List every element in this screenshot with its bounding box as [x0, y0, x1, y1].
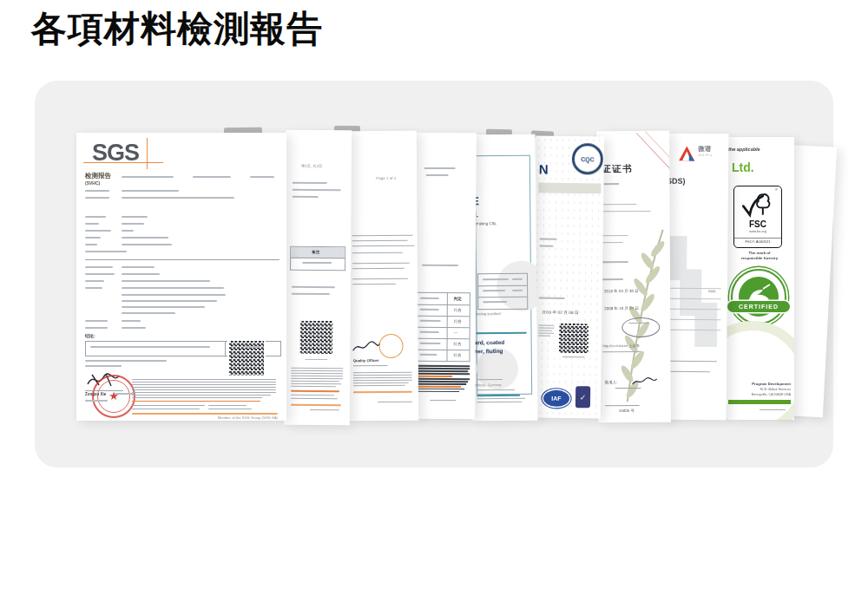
text-line	[293, 182, 327, 184]
certificates-section: 各項材料檢測報告 the applicable Ltd. ®	[0, 0, 868, 595]
text-line	[418, 368, 470, 369]
document-strip-report: 第1页, 共4页 备注	[284, 130, 352, 426]
text-line	[420, 320, 441, 322]
orange-seal	[378, 334, 403, 358]
ltd-text: Ltd.	[732, 160, 754, 174]
text-line	[115, 393, 134, 395]
text-line	[122, 306, 205, 308]
cert-date-2: 2008 年 10 月 27 日	[604, 306, 639, 311]
text-line	[353, 382, 409, 384]
red-company-stamp	[92, 375, 135, 418]
text-line	[208, 409, 252, 409]
text-line	[122, 230, 134, 232]
text-line	[291, 386, 336, 388]
text-line	[132, 413, 278, 415]
report-subtitle: (SVHC)	[85, 181, 100, 186]
text-line	[602, 183, 619, 185]
cnas-logo-icon: ✓	[575, 386, 590, 408]
text-line	[352, 278, 408, 280]
text-line	[668, 371, 710, 373]
text-line	[420, 331, 439, 333]
text-line	[85, 197, 109, 199]
document-verdict-report: 判定 符合 符合 — 符合 符合	[414, 133, 477, 419]
text-line	[418, 370, 468, 372]
text-line	[420, 298, 439, 299]
weipu-logo-icon	[678, 145, 695, 162]
fsc-url: www.fsc.org	[734, 230, 781, 233]
text-line	[310, 409, 339, 410]
text-line	[291, 398, 338, 400]
text-line	[302, 262, 332, 264]
text-line	[132, 401, 260, 402]
text-line	[85, 237, 101, 239]
text-line	[291, 370, 343, 372]
serial-number: 15005 号	[619, 409, 635, 413]
text-line	[352, 235, 413, 237]
text-line	[352, 268, 404, 270]
text-line	[353, 375, 412, 376]
text-line	[85, 244, 97, 245]
page-info: 第1页, 共4页	[301, 165, 322, 169]
text-line	[132, 392, 276, 393]
text-line	[85, 216, 106, 218]
text-line	[85, 259, 279, 260]
cnca-query-url: http://cx.cnca.cn 上查询	[602, 344, 639, 349]
text-line	[418, 381, 468, 382]
text-line	[291, 373, 343, 375]
document-english-report: Page 1 of 4 Quality Officer	[346, 131, 418, 422]
verdict-cell: 符合	[454, 342, 462, 346]
text-line	[85, 190, 109, 192]
issue-date: 2019 年 02 月 08 日	[542, 311, 578, 316]
text-line	[426, 174, 449, 176]
text-line	[424, 167, 456, 169]
officer-signature	[352, 339, 381, 355]
text-line	[132, 379, 276, 380]
text-line	[540, 239, 557, 240]
text-line	[122, 280, 210, 282]
text-line	[422, 265, 458, 266]
conclusion-label: 结论:	[85, 334, 95, 339]
text-line	[291, 368, 343, 369]
scs-address-1: Program Development	[752, 382, 791, 387]
text-line	[132, 384, 276, 385]
fsc-license-code: FSC® A000521	[734, 238, 781, 245]
text-line	[85, 327, 108, 329]
text-line	[418, 376, 452, 377]
verdict-header: 判定	[454, 297, 462, 301]
text-line	[483, 278, 509, 280]
text-line	[291, 383, 341, 385]
text-line	[85, 390, 123, 391]
text-line	[602, 211, 651, 212]
text-line	[90, 346, 210, 348]
verdict-table: 判定 符合 符合 — 符合 符合	[416, 292, 470, 362]
text-line	[605, 405, 640, 406]
fsc-reg-mark: ®	[775, 188, 778, 193]
iaf-logo-icon: IAF	[543, 390, 569, 407]
text-line	[418, 389, 464, 390]
fsc-wordmark: FSC	[734, 219, 781, 230]
text-line	[85, 223, 99, 225]
text-line	[122, 244, 172, 245]
text-line	[477, 395, 520, 396]
text-line	[512, 278, 523, 280]
weipu-brand: 微谱	[698, 146, 711, 153]
text-line	[245, 346, 260, 348]
text-line	[122, 237, 168, 239]
document-renzheng-certificate: 证证书	[596, 131, 671, 422]
text-line	[352, 263, 410, 265]
page-title: 各項材料檢測報告	[31, 5, 323, 53]
sgs-member-note: Member of the SGS Group (SGS SA)	[181, 416, 278, 421]
text-line	[615, 388, 641, 389]
certificate-title: 证证书	[602, 163, 633, 173]
certified-banner: CERTIFIED	[727, 301, 790, 312]
text-line	[85, 266, 113, 268]
fsc-logo: ® FSC www.fsc.org FSC® A000521	[733, 186, 782, 248]
text-line	[293, 189, 341, 191]
document-fsc-certificate: the applicable Ltd. ® FSC www.fsc.org FS…	[725, 137, 794, 420]
text-line	[122, 190, 179, 192]
text-line	[353, 365, 388, 366]
fsc-mark-line2: responsible forestry	[725, 256, 794, 260]
verdict-cell: 符合	[454, 308, 462, 312]
note-table: 备注	[290, 246, 345, 271]
weipu-brand-en: WEIPU	[699, 154, 713, 158]
